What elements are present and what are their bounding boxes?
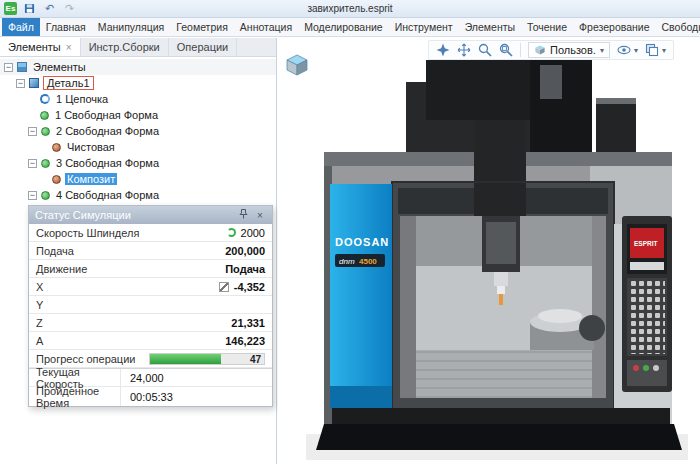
- status-row-a: A 146,223: [29, 332, 272, 350]
- tree-item-part[interactable]: − Деталь1: [0, 75, 276, 91]
- status-row-z: Z 21,331: [29, 314, 272, 332]
- operation-icon: [52, 175, 61, 184]
- chevron-down-icon: ▾: [634, 46, 638, 55]
- tab-turning[interactable]: Точение: [521, 18, 573, 36]
- panel-tab-features[interactable]: Элементы ×: [0, 38, 81, 56]
- eye-icon: [617, 43, 631, 57]
- tab-features[interactable]: Элементы: [459, 18, 521, 36]
- view-cube-icon: [534, 44, 546, 56]
- tab-milling[interactable]: Фрезерование: [573, 18, 655, 36]
- tree-item-freeform-1[interactable]: 1 Свободная Форма: [0, 107, 276, 123]
- status-row-y: Y: [29, 296, 272, 314]
- chevron-down-icon: ▾: [662, 46, 666, 55]
- freeform-icon: [41, 127, 50, 136]
- elements-root-icon: [17, 62, 27, 72]
- tree-item-freeform-2[interactable]: − 2 Свободная Форма: [0, 123, 276, 139]
- panel-tab-operations[interactable]: Операции: [169, 38, 237, 56]
- display-options-button[interactable]: ▾: [645, 43, 666, 57]
- status-row-feed: Подача 200,000: [29, 242, 272, 260]
- toolbar-separator: [520, 43, 521, 57]
- tab-tool[interactable]: Инструмент: [389, 18, 459, 36]
- close-tab-icon[interactable]: ×: [66, 42, 72, 53]
- tree-item-composite[interactable]: Композит: [0, 171, 276, 187]
- title-bar: Es ↶ ↷ завихритель.esprit: [0, 0, 700, 18]
- ribbon-tab-bar: Файл Главная Манипуляция Геометрия Аннот…: [0, 18, 700, 37]
- simulation-status-panel: Статус Симуляции × Скорость Шпинделя 200…: [28, 205, 273, 407]
- expander-icon[interactable]: −: [28, 127, 37, 136]
- freeform-icon: [41, 159, 50, 168]
- status-row-x: X -4,352: [29, 278, 272, 296]
- undo-button[interactable]: ↶: [42, 2, 57, 16]
- panel-tab-tool-assemblies[interactable]: Инстр.Сборки: [81, 38, 169, 56]
- tab-annotation[interactable]: Аннотация: [234, 18, 298, 36]
- panel-title: Статус Симуляции: [35, 209, 232, 221]
- expander-icon[interactable]: −: [4, 63, 13, 72]
- tab-freeform[interactable]: Свободная Форма: [656, 18, 700, 36]
- close-icon[interactable]: ×: [254, 210, 266, 221]
- feature-tree: − Элементы − Деталь1 1 Цепочка 1 Свободн…: [0, 57, 276, 219]
- spindle-refresh-icon: [227, 228, 236, 237]
- pendant-keypad: [629, 280, 665, 354]
- tree-item-chain[interactable]: 1 Цепочка: [0, 91, 276, 107]
- redo-button[interactable]: ↷: [62, 2, 77, 16]
- save-button[interactable]: [22, 2, 37, 16]
- pan-icon: [457, 43, 471, 57]
- expander-icon[interactable]: −: [28, 159, 37, 168]
- tab-file[interactable]: Файл: [2, 18, 40, 36]
- part-cube-icon: [29, 78, 39, 88]
- view-orientation-cube[interactable]: [284, 52, 310, 80]
- visibility-button[interactable]: ▾: [617, 43, 638, 57]
- status-row-spindle-speed: Скорость Шпинделя 2000: [29, 224, 272, 242]
- pan-button[interactable]: [457, 43, 471, 57]
- chevron-down-icon: ▾: [600, 46, 604, 55]
- zoom-button[interactable]: [478, 43, 492, 57]
- tab-manipulation[interactable]: Манипуляция: [92, 18, 170, 36]
- tab-modeling[interactable]: Моделирование: [298, 18, 389, 36]
- main-area: Элементы × Инстр.Сборки Операции − Элеме…: [0, 38, 700, 464]
- user-views-dropdown[interactable]: Пользов. ▾: [528, 42, 610, 58]
- operation-icon: [52, 143, 61, 152]
- orbit-button[interactable]: [436, 43, 450, 57]
- machine-brand-label: DOOSAN: [335, 236, 389, 248]
- tab-geometry[interactable]: Геометрия: [170, 18, 234, 36]
- project-panel-tabs: Элементы × Инстр.Сборки Операции: [0, 38, 276, 57]
- status-row-motion: Движение Подача: [29, 260, 272, 278]
- progress-fill: [150, 354, 221, 364]
- operation-progress-bar: 47: [149, 353, 265, 365]
- machine-model-number-label: 4500: [359, 257, 377, 266]
- machine-model-label: dnm: [339, 257, 355, 266]
- simulation-status-header[interactable]: Статус Симуляции ×: [29, 206, 272, 224]
- document-title: завихритель.esprit: [0, 3, 700, 14]
- freeform-icon: [40, 111, 49, 120]
- tree-item-finishing[interactable]: Чистовая: [0, 139, 276, 155]
- tree-item-freeform-3[interactable]: − 3 Свободная Форма: [0, 155, 276, 171]
- zoom-window-icon: [499, 43, 513, 57]
- zoom-window-button[interactable]: [499, 43, 513, 57]
- layers-icon: [645, 43, 659, 57]
- expander-icon[interactable]: −: [28, 191, 37, 200]
- simulation-viewport[interactable]: Пользов. ▾ ▾ ▾: [278, 38, 700, 464]
- save-icon: [24, 3, 35, 14]
- app-logo-icon: Es: [4, 2, 17, 15]
- tree-root[interactable]: − Элементы: [0, 59, 276, 75]
- goto-position-icon[interactable]: [219, 282, 229, 292]
- tree-item-freeform-4[interactable]: − 4 Свободная Форма: [0, 187, 276, 203]
- viewport-toolbar: Пользов. ▾ ▾ ▾: [428, 40, 674, 60]
- pin-icon[interactable]: [237, 209, 249, 221]
- status-row-elapsed-time: Пройденное Время 00:05:33: [29, 387, 272, 406]
- machine-3d-view[interactable]: DOOSAN dnm 4500 ESPRIT: [278, 56, 700, 460]
- zoom-icon: [478, 43, 492, 57]
- orbit-icon: [436, 43, 450, 57]
- tab-home[interactable]: Главная: [40, 18, 92, 36]
- expander-icon[interactable]: −: [16, 79, 25, 88]
- controller-brand-label: ESPRIT: [634, 240, 658, 247]
- chain-icon: [40, 94, 50, 104]
- freeform-icon: [41, 191, 50, 200]
